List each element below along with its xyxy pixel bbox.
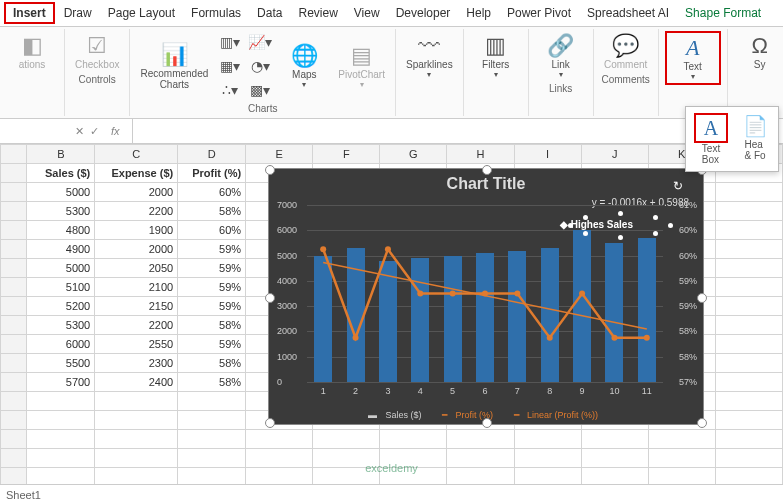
cell[interactable]: 59% [178,297,246,316]
tab-insert[interactable]: Insert [4,2,55,24]
col-header[interactable]: D [178,145,246,164]
cell[interactable] [715,183,782,202]
cell[interactable]: 5500 [27,354,95,373]
tab-help[interactable]: Help [459,4,498,22]
row-header[interactable] [1,297,27,316]
tab-review[interactable]: Review [291,4,344,22]
cell[interactable] [715,335,782,354]
col-header[interactable]: F [313,145,380,164]
tab-page-layout[interactable]: Page Layout [101,4,182,22]
surface-chart-icon[interactable]: ▩▾ [246,79,274,101]
sparklines-button[interactable]: 〰Sparklines▾ [402,31,457,81]
cell[interactable]: 59% [178,278,246,297]
tab-formulas[interactable]: Formulas [184,4,248,22]
cell[interactable]: 2150 [95,297,178,316]
link-button[interactable]: 🔗Link▾ [535,31,587,81]
cell[interactable]: 5300 [27,202,95,221]
comment-button[interactable]: 💬Comment [600,31,652,72]
cell[interactable]: 5100 [27,278,95,297]
pivotchart-button[interactable]: ▤PivotChart▾ [334,41,389,91]
row-header[interactable] [1,164,27,183]
cell[interactable]: 6000 [27,335,95,354]
row-header[interactable] [1,202,27,221]
cell[interactable]: 58% [178,316,246,335]
cancel-icon[interactable]: ✕ [75,125,84,138]
cell[interactable] [715,278,782,297]
row-header[interactable] [1,354,27,373]
row-header[interactable] [1,278,27,297]
cell[interactable]: 5300 [27,316,95,335]
col-header[interactable]: G [380,145,447,164]
tab-power-pivot[interactable]: Power Pivot [500,4,578,22]
col-header[interactable]: H [447,145,514,164]
col-header[interactable]: J [581,145,648,164]
cell[interactable]: 5000 [27,259,95,278]
cell[interactable]: 59% [178,259,246,278]
cell[interactable]: 2000 [95,240,178,259]
symbols-button[interactable]: ΩSy [734,31,783,72]
cell[interactable]: 2200 [95,202,178,221]
cell[interactable]: 2050 [95,259,178,278]
row-header[interactable] [1,316,27,335]
row-header[interactable] [1,240,27,259]
row-header[interactable] [1,259,27,278]
cell[interactable]: 2000 [95,183,178,202]
cell[interactable]: 5200 [27,297,95,316]
row-header[interactable] [1,373,27,392]
col-header[interactable]: C [95,145,178,164]
col-header[interactable]: I [514,145,581,164]
cell[interactable]: 5000 [27,183,95,202]
tab-view[interactable]: View [347,4,387,22]
header-footer-button[interactable]: 📄Hea & Fo [736,111,774,167]
pivot-icon[interactable]: ↻ [673,179,683,193]
cell[interactable]: 59% [178,335,246,354]
text-box-button[interactable]: AText Box [690,111,732,167]
sheet-tab[interactable]: Sheet1 [0,484,783,504]
row-header[interactable] [1,221,27,240]
fx-icon[interactable]: fx [105,125,126,137]
maps-button[interactable]: 🌐Maps▾ [278,41,330,91]
recommended-charts-button[interactable]: 📊Recommended Charts [136,40,212,92]
cell[interactable] [715,202,782,221]
tab-developer[interactable]: Developer [389,4,458,22]
cell[interactable]: 60% [178,221,246,240]
cell[interactable]: 59% [178,240,246,259]
cell[interactable]: 60% [178,183,246,202]
cell[interactable]: 2400 [95,373,178,392]
tab-data[interactable]: Data [250,4,289,22]
col-header[interactable]: B [27,145,95,164]
pie-chart-icon[interactable]: ◔▾ [246,55,274,77]
cell[interactable] [715,297,782,316]
row-header[interactable] [1,183,27,202]
cell[interactable] [715,221,782,240]
col-header[interactable]: E [246,145,313,164]
hierarchy-chart-icon[interactable]: ▦▾ [216,55,244,77]
filters-button[interactable]: ▥Filters▾ [470,31,522,81]
cell[interactable]: 2100 [95,278,178,297]
tab-shape-format[interactable]: Shape Format [678,4,768,22]
cell[interactable]: 58% [178,202,246,221]
row-header[interactable] [1,335,27,354]
cell[interactable]: 58% [178,373,246,392]
text-button[interactable]: AText▾ [665,31,721,85]
cell[interactable]: 2550 [95,335,178,354]
cell[interactable]: 2300 [95,354,178,373]
plot-area[interactable]: 0100020003000400050006000700057%58%58%59… [307,205,663,382]
cell[interactable]: 1900 [95,221,178,240]
enter-icon[interactable]: ✓ [90,125,99,138]
ations-button[interactable]: ◧ations [6,31,58,72]
cell[interactable] [715,354,782,373]
cell[interactable]: 5700 [27,373,95,392]
line-chart-icon[interactable]: 📈▾ [246,31,274,53]
cell[interactable] [715,259,782,278]
chart-object[interactable]: Chart Title y = -0.0016x + 0.5988 ↻ ◆ Hi… [268,168,704,425]
cell[interactable]: 4800 [27,221,95,240]
cell[interactable]: 2200 [95,316,178,335]
scatter-chart-icon[interactable]: ∴▾ [216,79,244,101]
cell[interactable] [715,373,782,392]
cell[interactable] [715,316,782,335]
cell[interactable]: 4900 [27,240,95,259]
checkbox-button[interactable]: ☑Checkbox [71,31,123,72]
cell[interactable]: 58% [178,354,246,373]
tab-draw[interactable]: Draw [57,4,99,22]
